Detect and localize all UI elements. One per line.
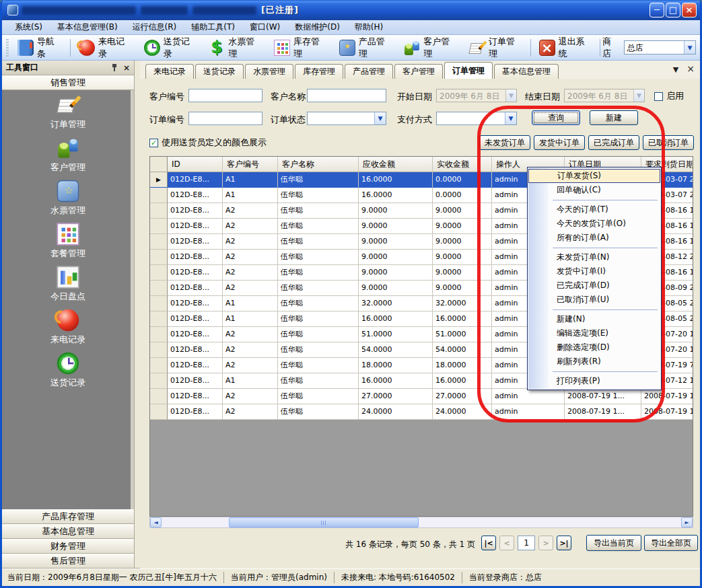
sidebar-item[interactable]: 送货记录 — [50, 355, 85, 389]
export-current-page-button[interactable]: 导出当前页 — [586, 535, 641, 551]
context-menu-item[interactable]: 回单确认(C) — [528, 183, 660, 197]
order-status-filter-button[interactable]: 已取消订单 — [643, 135, 694, 150]
customer-name-input[interactable] — [307, 89, 386, 102]
tab[interactable]: 库存管理 — [295, 64, 343, 79]
menubar-item[interactable]: 基本信息管理(B) — [50, 20, 125, 34]
color-display-checkbox[interactable]: ✓ 使用送货员定义的颜色展示 — [149, 137, 267, 149]
sidebar-section-header[interactable]: 财务管理 — [2, 539, 134, 554]
end-date-picker[interactable]: 2009年 6月 8日 ▼ — [564, 89, 645, 102]
chevron-down-icon[interactable]: ▼ — [684, 41, 695, 54]
tab[interactable]: 送货记录 — [195, 64, 244, 79]
new-button[interactable]: 新建 — [590, 110, 638, 125]
toolbar-button[interactable]: 产品管理 — [333, 37, 398, 59]
menubar-item[interactable]: 辅助工具(T) — [184, 20, 242, 34]
tab[interactable]: 水票管理 — [245, 64, 293, 79]
tab[interactable]: 客户管理 — [394, 64, 443, 79]
checkbox-check-icon[interactable]: ✓ — [149, 139, 158, 147]
context-menu-item[interactable]: 新建(N) — [528, 312, 660, 326]
checkbox-box[interactable] — [654, 92, 663, 101]
context-menu-item[interactable]: 今天的发货订单(O) — [528, 217, 660, 231]
toolbar-button[interactable] — [530, 39, 531, 57]
chevron-down-icon[interactable]: ▼ — [633, 89, 644, 102]
toolbar-button[interactable]: 导航条 — [11, 37, 68, 59]
tab[interactable]: 产品管理 — [345, 64, 393, 79]
toolbar-button[interactable]: 订单管理 — [463, 37, 528, 59]
context-menu-item[interactable] — [528, 307, 660, 312]
tab[interactable]: 基本信息管理 — [494, 64, 559, 79]
tab-close-icon[interactable]: × — [687, 65, 695, 74]
page-number-input[interactable]: 1 — [518, 536, 535, 550]
context-menu-item[interactable]: 已完成订单(D) — [528, 279, 660, 293]
context-menu-item[interactable]: 发货中订单(I) — [528, 264, 660, 279]
toolbar-button[interactable]: 水票管理 — [203, 37, 268, 59]
sidebar-item[interactable]: 订单管理 — [50, 97, 85, 131]
scrollbar-track[interactable] — [162, 517, 681, 527]
context-menu-item[interactable]: 所有的订单(A) — [528, 231, 660, 245]
sidebar-scrollbar[interactable] — [131, 90, 134, 509]
context-menu-item[interactable]: 已取消订单(U) — [528, 293, 660, 307]
context-menu-item[interactable] — [528, 245, 660, 250]
order-status-select[interactable]: ▼ — [307, 112, 386, 125]
context-menu-item[interactable]: 打印列表(P) — [528, 374, 660, 388]
menubar-item[interactable]: 窗口(W) — [242, 20, 287, 34]
context-menu-item[interactable] — [528, 369, 660, 374]
context-menu-item[interactable]: 未发货订单(N) — [528, 250, 660, 264]
enable-checkbox[interactable]: 启用 — [654, 90, 684, 102]
toolbar-button[interactable]: 库存管理 — [268, 37, 333, 59]
context-menu-item[interactable] — [528, 197, 660, 203]
sidebar-item[interactable]: 客户管理 — [50, 140, 85, 174]
chevron-down-icon[interactable]: ▼ — [505, 89, 516, 102]
first-page-button[interactable]: |< — [481, 536, 496, 550]
pay-method-select[interactable]: ▼ — [436, 112, 517, 125]
scrollbar-thumb[interactable] — [229, 517, 419, 527]
close-button[interactable]: × — [682, 3, 697, 17]
sidebar-item[interactable]: 水票管理 — [50, 183, 85, 217]
menubar-item[interactable]: 数据维护(D) — [287, 20, 347, 34]
tab[interactable]: 订单管理 — [444, 62, 493, 79]
toolbar-grip[interactable] — [6, 39, 9, 57]
last-page-button[interactable]: >| — [557, 536, 571, 550]
next-page-button[interactable]: > — [538, 536, 553, 550]
column-header-id[interactable]: ID — [168, 157, 223, 172]
sidebar-section-header[interactable]: 售后管理 — [2, 554, 134, 568]
toolbar-button[interactable] — [70, 39, 71, 57]
pin-icon[interactable] — [111, 63, 118, 71]
order-status-filter-button[interactable]: 已完成订单 — [588, 135, 639, 150]
context-menu-item[interactable]: 订单发货(S) — [528, 169, 660, 183]
sidebar-item[interactable]: 套餐管理 — [50, 226, 85, 260]
toolbar-button[interactable] — [600, 39, 600, 57]
column-header-customer-no[interactable]: 客户编号 — [223, 157, 278, 172]
scroll-right-icon[interactable]: ► — [681, 517, 693, 527]
toolbar-button[interactable]: 退出系统 — [533, 37, 598, 59]
sidebar-item[interactable]: 今日盘点 — [50, 269, 85, 303]
start-date-picker[interactable]: 2009年 6月 8日 ▼ — [436, 89, 517, 102]
maximize-button[interactable]: □ — [666, 3, 680, 17]
sidebar-section-header[interactable]: 产品库存管理 — [2, 509, 134, 524]
order-no-input[interactable] — [188, 112, 262, 125]
menubar-item[interactable]: 运行信息(R) — [125, 20, 184, 34]
table-row[interactable]: 012D-E8... A2 伍华聪 24.0000 24.0000 admin … — [150, 404, 693, 420]
column-header-received[interactable]: 实收金额 — [433, 157, 492, 172]
order-status-filter-button[interactable]: 未发货订单 — [479, 135, 530, 150]
context-menu-item[interactable]: 刷新列表(R) — [528, 355, 660, 369]
tab-collapse-icon[interactable]: ▼ — [673, 65, 678, 74]
table-row[interactable]: 012D-E8... A2 伍华聪 27.0000 27.0000 admin … — [150, 389, 693, 404]
context-menu-item[interactable]: 编辑选定项(E) — [528, 326, 660, 340]
export-all-pages-button[interactable]: 导出全部页 — [644, 535, 698, 551]
menubar-item[interactable]: 系统(S) — [7, 20, 50, 34]
minimize-button[interactable]: ─ — [650, 3, 664, 17]
sidebar-close-icon[interactable]: × — [123, 63, 130, 73]
toolbar-button[interactable]: 送货记录 — [138, 37, 203, 59]
prev-page-button[interactable]: < — [499, 536, 514, 550]
shop-select[interactable]: 总店 ▼ — [624, 40, 696, 54]
context-menu-item[interactable]: 今天的订单(T) — [528, 203, 660, 217]
toolbar-button[interactable]: 客户管理 — [398, 37, 463, 59]
column-header-receivable[interactable]: 应收金额 — [359, 157, 433, 172]
chevron-down-icon[interactable]: ▼ — [505, 112, 516, 124]
chevron-down-icon[interactable]: ▼ — [374, 112, 386, 124]
horizontal-scrollbar[interactable]: ◄ ► — [149, 517, 693, 528]
order-status-filter-button[interactable]: 发货中订单 — [534, 135, 585, 150]
column-header-customer-name[interactable]: 客户名称 — [278, 157, 359, 172]
sidebar-item[interactable]: 来电记录 — [50, 312, 85, 346]
query-button[interactable]: 查询 — [532, 110, 580, 125]
